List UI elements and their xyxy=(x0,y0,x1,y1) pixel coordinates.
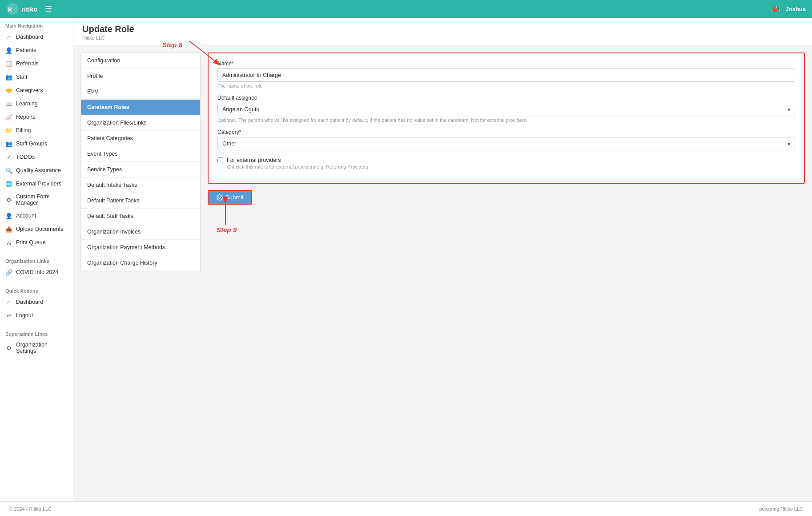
nav-item-org-files[interactable]: Organization Files/Links xyxy=(81,115,200,131)
nav-item-org-payment[interactable]: Organization Payment Methods xyxy=(81,240,200,255)
sidebar-label-qa: Quality Assurance xyxy=(16,167,61,173)
category-select-wrapper: Other ▾ xyxy=(217,137,795,150)
submit-button[interactable]: Submit xyxy=(208,190,252,205)
sidebar-divider-3 xyxy=(0,324,73,324)
assignee-select[interactable]: Angelan Ogutu xyxy=(217,103,795,116)
submit-icon xyxy=(217,194,223,201)
bell-icon[interactable]: 📣 xyxy=(771,5,780,13)
sidebar-label-caregivers: Caregivers xyxy=(16,87,43,93)
name-hint: The name of the role xyxy=(217,83,795,89)
external-providers-checkbox[interactable] xyxy=(217,157,223,163)
link-icon: 🔗 xyxy=(5,269,12,276)
sidebar-label-learning: Learning xyxy=(16,101,38,107)
nav-item-event-types[interactable]: Event Types xyxy=(81,146,200,162)
sidebar-item-external-providers[interactable]: 🌐 External Providers xyxy=(0,177,73,190)
sidebar-label-upload: Upload Documents xyxy=(16,226,63,232)
sidebar-label-qa-dashboard: Dashboard xyxy=(16,299,43,305)
main-nav-label: Main Navigation xyxy=(0,18,73,30)
external-providers-label: For external providers xyxy=(227,157,281,163)
sidebar-item-staff-groups[interactable]: 👥 Staff Groups xyxy=(0,137,73,150)
sidebar-item-patients[interactable]: 👤 Patients xyxy=(0,44,73,57)
nav-item-evv[interactable]: EVV xyxy=(81,84,200,100)
qa-dashboard-icon: ⌂ xyxy=(5,298,12,306)
sidebar-item-covid-info[interactable]: 🔗 COVID Info 2024 xyxy=(0,266,73,279)
external-providers-field: For external providers Check if this rol… xyxy=(217,157,795,169)
sidebar-label-logout: Logout xyxy=(16,312,33,318)
step9-arrow xyxy=(217,200,243,231)
sidebar-item-upload-documents[interactable]: 📤 Upload Documents xyxy=(0,222,73,236)
nav-item-org-invoices[interactable]: Organization Invoices xyxy=(81,224,200,240)
nav-item-default-patient[interactable]: Default Patient Tasks xyxy=(81,193,200,209)
left-nav-panel: Configuration Profile EVV Careteam Roles… xyxy=(80,52,201,271)
page-body: Step 8 Configuration Profile EVV Caretea… xyxy=(73,45,812,278)
sidebar-item-qa-dashboard[interactable]: ⌂ Dashboard xyxy=(0,295,73,309)
name-field: Name* The name of the role xyxy=(217,60,795,89)
custom-form-icon: ⚙ xyxy=(5,196,12,203)
submit-label: Submit xyxy=(225,194,243,201)
sidebar-item-account[interactable]: 👤 Account xyxy=(0,209,73,222)
hamburger-icon[interactable]: ☰ xyxy=(45,4,52,14)
category-select[interactable]: Other xyxy=(217,137,795,150)
sidebar-item-logout[interactable]: ↩ Logout xyxy=(0,309,73,322)
topbar: R ritiko ☰ 📣 Joshua xyxy=(0,0,812,18)
sidebar-item-quality-assurance[interactable]: 🔍 Quality Assurance xyxy=(0,164,73,177)
sidebar-label-staff-groups: Staff Groups xyxy=(16,141,47,147)
sidebar: Main Navigation ⌂ Dashboard 👤 Patients 📋… xyxy=(0,18,73,501)
referrals-icon: 📋 xyxy=(5,60,12,67)
nav-item-profile[interactable]: Profile xyxy=(81,69,200,84)
svg-text:R: R xyxy=(8,7,12,13)
nav-item-careteam-roles[interactable]: Careteam Roles xyxy=(81,100,200,115)
sidebar-item-learning[interactable]: 📖 Learning xyxy=(0,97,73,110)
annotation-spacer xyxy=(73,278,812,323)
billing-icon: 📁 xyxy=(5,127,12,134)
sidebar-item-custom-form-manager[interactable]: ⚙ Custom Form Manager xyxy=(0,190,73,209)
assignee-label: Default assignee xyxy=(217,95,795,101)
form-panel: Name* The name of the role Default assig… xyxy=(208,52,805,271)
assignee-field: Default assignee Angelan Ogutu ▾ Optiona… xyxy=(217,95,795,123)
account-icon: 👤 xyxy=(5,212,12,219)
superadmin-label: Superadmin Links xyxy=(0,326,73,339)
sidebar-label-print: Print Queue xyxy=(16,239,46,246)
staff-icon: 👥 xyxy=(5,73,12,81)
sidebar-label-custom-form: Custom Form Manager xyxy=(16,194,68,206)
user-name: Joshua xyxy=(785,6,806,12)
sidebar-label-org-settings: Organization Settings xyxy=(16,342,68,354)
sidebar-divider-2 xyxy=(0,281,73,281)
sidebar-item-org-settings[interactable]: ⚙ Organization Settings xyxy=(0,339,73,357)
topbar-right: 📣 Joshua xyxy=(771,5,806,13)
nav-item-patient-categories[interactable]: Patient Categories xyxy=(81,131,200,146)
sidebar-divider-1 xyxy=(0,251,73,251)
sidebar-label-patients: Patients xyxy=(16,47,36,53)
reports-icon: 📈 xyxy=(5,113,12,121)
submit-area: Submit Step 9 xyxy=(208,190,805,205)
sidebar-item-todos[interactable]: ✓ TODOs xyxy=(0,150,73,164)
sidebar-item-referrals[interactable]: 📋 Referrals xyxy=(0,57,73,70)
print-icon: 🖨 xyxy=(5,239,12,246)
page-header: Update Role Ritiko LLC xyxy=(73,18,812,45)
staff-groups-icon: 👥 xyxy=(5,140,12,147)
sidebar-item-reports[interactable]: 📈 Reports xyxy=(0,110,73,124)
sidebar-label-billing: Billing xyxy=(16,127,31,133)
app-logo: R ritiko xyxy=(6,3,38,15)
nav-item-default-staff[interactable]: Default Staff Tasks xyxy=(81,209,200,224)
step9-label: Step 9 xyxy=(217,226,237,234)
nav-item-default-intake[interactable]: Default Intake Tasks xyxy=(81,177,200,193)
todos-icon: ✓ xyxy=(5,153,12,161)
sidebar-item-caregivers[interactable]: 🤝 Caregivers xyxy=(0,84,73,97)
assignee-select-wrapper: Angelan Ogutu ▾ xyxy=(217,103,795,116)
nav-item-service-types[interactable]: Service Types xyxy=(81,162,200,177)
nav-item-org-charge[interactable]: Organization Charge History xyxy=(81,255,200,271)
sidebar-item-billing[interactable]: 📁 Billing xyxy=(0,124,73,137)
logo-text: ritiko xyxy=(21,5,38,13)
name-input[interactable] xyxy=(217,69,795,82)
topbar-left: R ritiko ☰ xyxy=(6,3,52,15)
org-links-label: Organization Links xyxy=(0,253,73,266)
sidebar-item-dashboard[interactable]: ⌂ Dashboard xyxy=(0,30,73,44)
sidebar-label-reports: Reports xyxy=(16,114,36,120)
qa-icon: 🔍 xyxy=(5,167,12,174)
sidebar-item-print-queue[interactable]: 🖨 Print Queue xyxy=(0,236,73,249)
sidebar-label-referrals: Referrals xyxy=(16,60,39,67)
page-title: Update Role xyxy=(82,24,803,34)
sidebar-item-staff[interactable]: 👥 Staff xyxy=(0,70,73,84)
nav-item-configuration[interactable]: Configuration xyxy=(81,53,200,69)
